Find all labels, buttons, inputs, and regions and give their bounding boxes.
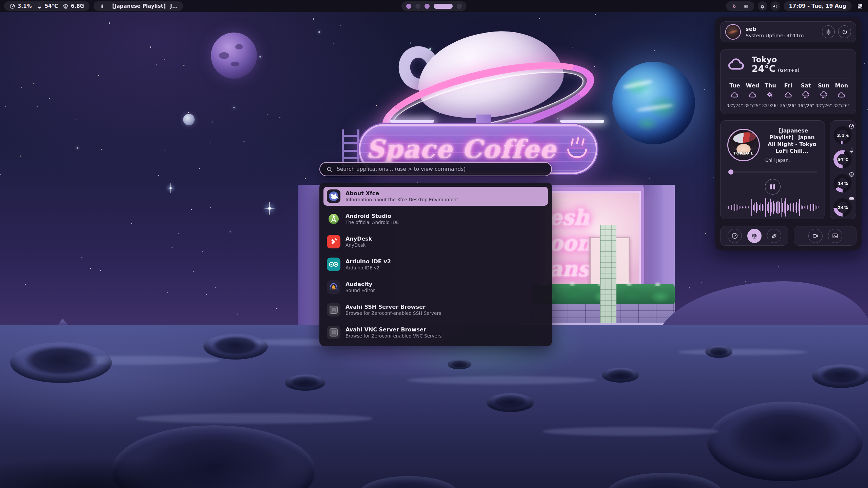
progress-handle[interactable] (728, 169, 733, 175)
app-title: AnyDesk (346, 236, 372, 242)
weather-card: Tokyo 24°C(GMT+9) Tue33°/24°Wed35°/25°Th… (720, 49, 856, 114)
day-label: Mon (835, 82, 848, 89)
gauge-chip: 14% (832, 172, 854, 194)
forecast-day: Tue33°/24° (727, 82, 743, 108)
gear-icon (825, 29, 832, 35)
user-name: seb (746, 26, 804, 32)
app-result-row[interactable]: AnyDeskAnyDesk (323, 232, 548, 251)
screenshot-button[interactable] (828, 229, 842, 243)
volume-button[interactable] (771, 1, 780, 11)
app-result-row[interactable]: Arduino IDE v2Arduino IDE v2 (323, 255, 548, 274)
progress-bar[interactable] (728, 171, 817, 172)
weather-temp: 24°C (752, 63, 776, 74)
day-temps: 33°/26° (833, 103, 850, 108)
powersave-mode-button[interactable] (767, 229, 781, 243)
speedometer-icon (849, 123, 854, 129)
clock-pill[interactable]: 17:09 - Tue, 19 Aug (784, 1, 852, 11)
app-result-row[interactable]: Avahi VNC Server BrowserBrowse for Zeroc… (323, 323, 548, 342)
earth-cloud (636, 103, 674, 112)
app-title: Avahi VNC Server Browser (346, 326, 441, 333)
disk-icon (849, 196, 854, 201)
neon-word: esh (547, 207, 639, 228)
app-title: Android Studio (346, 213, 399, 220)
small-moon (183, 114, 195, 125)
forecast-day: Fri35°/26° (780, 82, 796, 108)
audacity-icon (327, 280, 340, 294)
day-label: Tue (729, 82, 740, 89)
settings-button[interactable] (822, 25, 835, 38)
speedometer-icon (731, 232, 738, 239)
bell-icon (760, 3, 765, 9)
thermometer-icon (849, 147, 854, 153)
crater (705, 346, 732, 358)
forecast-day: Mon33°/26° (833, 82, 850, 108)
screen-record-button[interactable] (808, 229, 823, 243)
search-bar[interactable] (319, 162, 552, 176)
day-label: Sun (818, 82, 829, 89)
day-temps: 35°/26° (780, 103, 796, 108)
pause-button[interactable] (765, 179, 781, 195)
weather-city: Tokyo (752, 56, 800, 64)
system-stats-pill: 3.1% 54°C 6.8G (4, 1, 90, 11)
xfce-mouse-icon (327, 189, 340, 203)
cloud-icon (748, 91, 758, 101)
phone-connect-icon[interactable]: C (731, 3, 737, 9)
user-card: seb System Uptime: 4h11m (720, 21, 856, 42)
sign-text: Space Coffee (366, 135, 556, 164)
now-playing-pill[interactable]: 【Japanese Playlist】 J... (94, 1, 183, 11)
cloud-icon (730, 91, 740, 101)
cpu-stat: 3.1% (9, 3, 32, 9)
app-subtitle: Sound Editor (346, 288, 375, 293)
network-socket-icon (327, 326, 340, 339)
app-result-row[interactable]: About XfceInformation about the Xfce Des… (323, 187, 548, 206)
picture-icon (832, 232, 839, 239)
temp-stat: 54°C (37, 3, 58, 9)
workspace-dot-2[interactable] (415, 4, 420, 9)
notifications-button[interactable] (758, 1, 767, 11)
workspace-indicator[interactable] (401, 1, 467, 11)
earth-cloud (623, 79, 653, 90)
day-temps: 35°/25° (744, 103, 761, 108)
day-label: Thu (765, 82, 776, 89)
app-subtitle: Arduino IDE v2 (346, 265, 391, 271)
workspace-dot-4[interactable] (434, 4, 453, 9)
anydesk-icon (327, 235, 340, 248)
tiled-column (600, 225, 616, 333)
network-socket-icon (327, 303, 340, 317)
divider (727, 79, 850, 79)
balanced-mode-button[interactable] (747, 229, 762, 243)
gauge-disk: 24% (832, 196, 854, 218)
app-title: Arduino IDE v2 (346, 258, 391, 265)
app-result-row[interactable]: AudacitySound Editor (323, 278, 548, 297)
forecast-row: Tue33°/24°Wed35°/25°Thu33°/26°Fri35°/26°… (727, 82, 850, 108)
chip-icon (849, 171, 854, 177)
search-icon (326, 166, 333, 172)
image-icon[interactable] (743, 3, 749, 9)
overview-button[interactable] (855, 1, 865, 11)
power-button[interactable] (838, 25, 851, 38)
system-gauges-card: 3.1%54°C14%24% (830, 120, 856, 219)
control-panel: seb System Uptime: 4h11m Tokyo 24°C(GMT+… (715, 17, 862, 250)
bright-star (263, 202, 276, 215)
app-result-row[interactable]: Avahi SSH Server BrowserBrowse for Zeroc… (323, 300, 548, 319)
performance-mode-button[interactable] (728, 229, 742, 243)
crater (448, 359, 471, 369)
purple-planet (211, 33, 257, 79)
speaker-icon (772, 3, 778, 9)
search-input[interactable] (337, 166, 545, 172)
gauge-value: 3.1% (832, 133, 854, 138)
audio-visualizer (727, 198, 818, 217)
sign-cup-icon (565, 138, 590, 160)
crater (285, 374, 326, 391)
day-label: Wed (746, 82, 759, 89)
workspace-dot-1[interactable] (406, 4, 411, 9)
day-temps: 33°/26° (762, 103, 779, 108)
shop-left-pillar (298, 185, 319, 344)
forecast-day: Thu33°/26° (762, 82, 778, 108)
workspace-dot-3[interactable] (425, 4, 430, 9)
forecast-day: Wed35°/25° (745, 82, 761, 108)
avatar (725, 24, 741, 40)
app-subtitle: AnyDesk (346, 242, 372, 248)
app-result-row[interactable]: Android StudioThe official Android IDE (323, 209, 548, 228)
workspace-dot-5[interactable] (457, 4, 462, 9)
